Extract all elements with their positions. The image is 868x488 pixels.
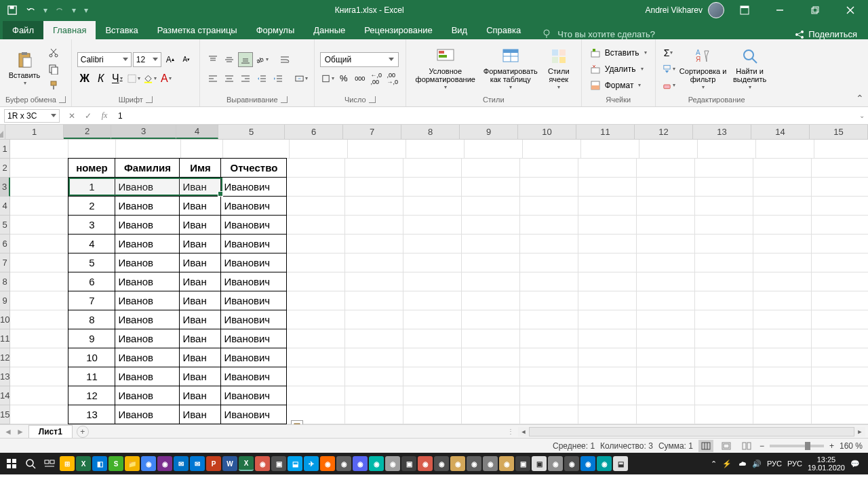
cell[interactable] [695, 216, 753, 235]
cell[interactable] [10, 405, 68, 424]
cell[interactable] [287, 329, 345, 348]
row-header[interactable]: 13 [0, 367, 10, 386]
paste-button[interactable]: Вставить ▾ [5, 45, 43, 93]
number-dialog-launcher[interactable] [369, 96, 376, 103]
cancel-formula-button[interactable]: ✕ [64, 109, 80, 123]
zoom-out-button[interactable]: − [760, 441, 764, 451]
undo-button[interactable] [23, 2, 39, 18]
cell[interactable]: 5 [68, 253, 115, 272]
cell[interactable] [10, 367, 68, 386]
cell[interactable] [345, 291, 403, 310]
cell[interactable] [10, 178, 68, 197]
tab-home[interactable]: Главная [43, 21, 96, 39]
taskbar-app-13[interactable]: ▣ [271, 456, 286, 471]
cell[interactable]: номер [68, 158, 115, 178]
cell[interactable]: Иванович [220, 405, 287, 424]
cell[interactable] [520, 197, 578, 216]
paste-options-button[interactable] [291, 420, 303, 424]
cell[interactable] [287, 253, 345, 272]
taskbar-app-6[interactable]: ◉ [141, 456, 156, 471]
cell[interactable] [181, 140, 223, 159]
tell-me-search[interactable]: Что вы хотите сделать? [541, 28, 784, 39]
tray-notifications-icon[interactable]: 💬 [850, 460, 860, 468]
cell[interactable] [287, 291, 345, 310]
cell[interactable] [290, 140, 348, 159]
taskbar-app-27[interactable]: ◉ [499, 456, 514, 471]
cell[interactable]: Иванов [115, 234, 180, 253]
cell[interactable] [462, 291, 520, 310]
cell[interactable] [223, 140, 290, 159]
cell[interactable]: Иванов [115, 196, 180, 216]
select-all-corner[interactable] [0, 125, 5, 139]
cell[interactable] [462, 235, 520, 253]
cell[interactable] [462, 348, 520, 367]
cut-button[interactable] [46, 45, 61, 60]
taskbar-app-7[interactable]: ◉ [157, 456, 172, 471]
cell[interactable]: Иванов [115, 367, 180, 386]
zoom-level[interactable]: 160 % [840, 441, 863, 451]
cell[interactable] [695, 348, 753, 367]
cell[interactable]: Иванов [115, 291, 180, 310]
cell[interactable]: 4 [68, 234, 115, 253]
taskbar-app-32[interactable]: ◉ [580, 456, 595, 471]
cell[interactable] [578, 348, 637, 367]
find-select-button[interactable]: Найти и выделить▾ [728, 45, 772, 93]
taskbar-app-18[interactable]: ◉ [353, 456, 368, 471]
scroll-split[interactable]: ⋮ [507, 428, 514, 435]
cell[interactable] [462, 178, 520, 197]
taskbar-app-34[interactable]: ⬓ [613, 456, 628, 471]
cell[interactable] [520, 367, 578, 386]
start-button[interactable] [3, 455, 20, 472]
cell[interactable]: Иван [179, 348, 221, 367]
taskbar-app-8[interactable]: ✉ [174, 456, 189, 471]
cell[interactable] [637, 291, 695, 310]
cell[interactable] [345, 348, 403, 367]
qat-customize[interactable]: ▾ [84, 5, 88, 15]
cell[interactable]: Иванов [115, 329, 180, 348]
cell[interactable] [462, 329, 520, 348]
cell[interactable]: Иван [179, 215, 221, 235]
cell[interactable]: 3 [68, 215, 115, 235]
cell[interactable] [10, 348, 68, 367]
cell[interactable] [403, 178, 462, 197]
cell[interactable]: 10 [68, 348, 115, 367]
cell[interactable] [403, 348, 462, 367]
cell[interactable]: Иванович [220, 329, 287, 348]
cell[interactable] [403, 386, 462, 405]
increase-decimal-button[interactable]: ←,0,00 [369, 71, 384, 86]
cell[interactable] [812, 178, 868, 197]
cell[interactable] [581, 140, 639, 159]
cell[interactable] [637, 367, 695, 386]
cell[interactable] [753, 310, 812, 329]
cell[interactable] [637, 178, 695, 197]
cell[interactable] [345, 405, 403, 424]
cell[interactable] [403, 197, 462, 216]
cell[interactable]: 8 [68, 310, 115, 329]
cell[interactable]: Иван [179, 405, 221, 424]
scroll-right-button[interactable]: ► [854, 427, 865, 436]
column-header[interactable]: 9 [460, 125, 518, 139]
cell[interactable] [10, 159, 68, 178]
cell[interactable] [753, 253, 812, 272]
cell[interactable] [10, 386, 68, 405]
cell[interactable] [753, 235, 812, 253]
cell[interactable] [753, 348, 812, 367]
cell[interactable] [637, 235, 695, 253]
scroll-left-button[interactable]: ◄ [518, 427, 529, 436]
cell[interactable] [578, 405, 637, 424]
row-header[interactable]: 8 [0, 272, 10, 291]
sheet-nav-prev[interactable]: ◄ [4, 427, 12, 436]
cell[interactable] [403, 310, 462, 329]
cell[interactable]: 2 [68, 196, 115, 216]
orientation-button[interactable]: ab▾ [254, 52, 269, 67]
cell[interactable] [753, 291, 812, 310]
cell[interactable]: Иванович [220, 234, 287, 253]
tab-view[interactable]: Вид [442, 21, 477, 39]
cell[interactable]: 13 [68, 405, 115, 424]
cell[interactable] [462, 367, 520, 386]
tray-volume-icon[interactable]: 🔊 [752, 460, 762, 468]
cell[interactable]: Иванович [220, 386, 287, 405]
cell[interactable] [812, 310, 868, 329]
cell[interactable] [520, 178, 578, 197]
tray-onedrive-icon[interactable] [737, 459, 747, 468]
